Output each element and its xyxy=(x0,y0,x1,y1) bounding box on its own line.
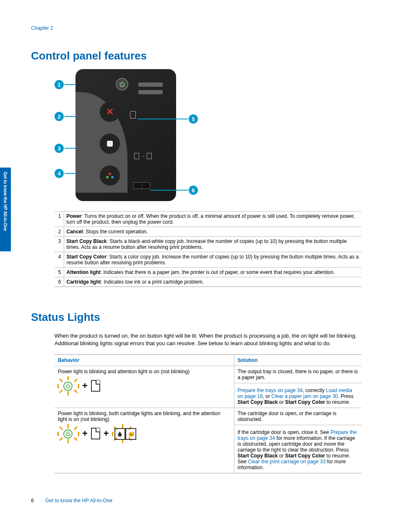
callout-5: 5 xyxy=(189,114,198,124)
heading-control-panel: Control panel features xyxy=(31,49,147,62)
behavior-icons-1: ⏻ + xyxy=(58,377,231,395)
power-icon: ⏻ xyxy=(119,81,125,88)
control-panel-figure: ⏻ ✕ → 1 2 3 4 5 6 xyxy=(55,69,205,203)
feature-num: 1 xyxy=(55,212,64,227)
page-footer: 6 Get to know the HP All-in-One xyxy=(31,498,112,504)
blinking-power-icon: ⏻ xyxy=(58,377,79,395)
footer-title: Get to know the HP All-in-One xyxy=(45,498,112,504)
feature-desc: Attention light: Indicates that there is… xyxy=(64,268,361,277)
solution-cell-1: The output tray is closed, there is no p… xyxy=(234,366,361,408)
sol1-body: Prepare the trays on page 34, correctly … xyxy=(238,386,358,405)
copy-indicator: → xyxy=(134,153,152,159)
side-tab-text: Get to know the HP All-in-One xyxy=(3,172,8,231)
col-solution: Solution xyxy=(234,355,361,366)
heading-status-lights: Status Lights xyxy=(31,311,362,324)
status-intro: When the product is turned on, the on bu… xyxy=(55,332,362,347)
copy-black-button-graphic xyxy=(100,134,120,154)
side-tab: Get to know the HP All-in-One xyxy=(0,168,11,251)
callout-4: 4 xyxy=(55,169,64,178)
callout-2: 2 xyxy=(55,112,64,121)
attention-icon xyxy=(91,380,100,392)
power-button-graphic: ⏻ xyxy=(116,78,128,90)
blinking-power-icon: ⏻ xyxy=(58,425,79,442)
x-icon: ✕ xyxy=(106,106,114,117)
feature-desc: Start Copy Color: Starts a color copy jo… xyxy=(64,252,361,268)
feature-desc: Cartridge light: Indicates low ink or a … xyxy=(64,277,361,287)
behavior-cell-1: Power light is blinking and attention li… xyxy=(55,366,234,408)
page-number: 6 xyxy=(31,498,34,504)
feature-num: 6 xyxy=(55,277,64,287)
feature-num: 4 xyxy=(55,252,64,268)
behavior-icons-2: ⏻ + + xyxy=(58,425,231,442)
plus-icon: + xyxy=(82,428,88,439)
cancel-button-graphic: ✕ xyxy=(100,102,120,122)
attention-icon xyxy=(91,428,100,439)
features-table: 1Power: Turns the product on or off. Whe… xyxy=(55,211,361,287)
link-prepare-trays[interactable]: Prepare the trays on page 34 xyxy=(238,387,303,393)
sol2-body: If the cartridge door is open, close it.… xyxy=(238,428,358,470)
feature-desc: Cancel: Stops the current operation. xyxy=(64,227,361,237)
feature-num: 2 xyxy=(55,227,64,237)
status-table: Behavior Solution Power light is blinkin… xyxy=(55,354,361,473)
solution-cell-2: The cartridge door is open, or the carri… xyxy=(234,408,361,473)
link-clear-jam[interactable]: Clear a paper jam on page 30 xyxy=(271,393,338,399)
feature-num: 3 xyxy=(55,237,64,252)
behavior-text-2: Power light is blinking, both cartridge … xyxy=(58,411,221,422)
feature-row: 4Start Copy Color: Starts a color copy j… xyxy=(55,252,361,268)
feature-row: 3Start Copy Black: Starts a black-and-wh… xyxy=(55,237,361,252)
blinking-cartridge-icon xyxy=(112,425,133,442)
callout-3: 3 xyxy=(55,144,64,153)
callout-6: 6 xyxy=(189,186,198,195)
feature-row: 5Attention light: Indicates that there i… xyxy=(55,268,361,277)
plus-icon: + xyxy=(104,428,109,439)
copy-color-button-graphic xyxy=(100,165,120,186)
behavior-text-1: Power light is blinking and attention li… xyxy=(58,369,190,374)
feature-desc: Power: Turns the product on or off. When… xyxy=(64,212,361,227)
behavior-cell-2: Power light is blinking, both cartridge … xyxy=(55,408,234,473)
feature-num: 5 xyxy=(55,268,64,277)
chapter-label: Chapter 2 xyxy=(31,25,53,31)
feature-row: 2Cancel: Stops the current operation. xyxy=(55,227,361,237)
cartridge-lights-graphic xyxy=(133,182,150,189)
sol2-top: The cartridge door is open, or the carri… xyxy=(238,411,358,422)
feature-row: 1Power: Turns the product on or off. Whe… xyxy=(55,212,361,227)
link-clear-carriage[interactable]: Clear the print carriage on page 33 xyxy=(248,459,325,465)
device-illustration: ⏻ ✕ → xyxy=(75,69,176,201)
attention-light-graphic xyxy=(130,111,136,119)
feature-desc: Start Copy Black: Starts a black-and-whi… xyxy=(64,237,361,252)
callout-1: 1 xyxy=(55,80,64,89)
feature-row: 6Cartridge light: Indicates low ink or a… xyxy=(55,277,361,287)
plus-icon: + xyxy=(82,380,88,391)
sol1-top: The output tray is closed, there is no p… xyxy=(238,369,358,380)
col-behavior: Behavior xyxy=(55,355,234,366)
grille-lines xyxy=(138,83,163,98)
